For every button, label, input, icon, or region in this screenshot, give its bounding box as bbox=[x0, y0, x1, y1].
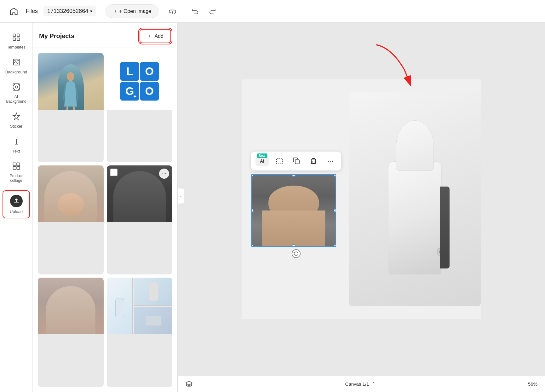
more-options-button[interactable]: ··· bbox=[324, 155, 337, 167]
svg-rect-0 bbox=[13, 34, 15, 37]
project-id: 1713326052864 bbox=[47, 8, 88, 14]
add-icon: ＋ bbox=[147, 33, 152, 39]
ai-background-icon bbox=[12, 83, 21, 93]
project-card-2[interactable]: L O G ✦ O bbox=[107, 53, 173, 162]
handle-middle-right[interactable] bbox=[334, 209, 336, 212]
sidebar-item-ai-background[interactable]: AIBackground bbox=[0, 78, 32, 107]
selection-toolbar: New AI bbox=[251, 152, 341, 170]
delete-button[interactable] bbox=[307, 155, 320, 167]
ai-tool-button[interactable]: New AI bbox=[255, 156, 269, 166]
undo-button[interactable] bbox=[190, 6, 201, 17]
layers-button[interactable] bbox=[185, 380, 193, 388]
ellipsis-icon: ··· bbox=[327, 158, 334, 165]
sidebar-item-product-collage[interactable]: Productcollage bbox=[0, 157, 32, 187]
redo-button[interactable] bbox=[207, 6, 218, 17]
svg-rect-9 bbox=[17, 166, 20, 169]
product-collage-icon bbox=[12, 162, 21, 172]
add-label: Add bbox=[155, 33, 164, 39]
open-image-label: + Open Image bbox=[119, 9, 151, 14]
panel-collapse-button[interactable]: ‹ bbox=[177, 188, 184, 204]
canvas-bottom-bar: Canvas 1/1 ⌃ 56% bbox=[178, 376, 545, 392]
ai-icon: AI bbox=[260, 159, 264, 164]
svg-line-11 bbox=[67, 107, 67, 110]
topbar: Files 1713326052864 ▾ ＋ + Open Image bbox=[0, 0, 545, 23]
layers-icon bbox=[185, 380, 193, 388]
sticker-icon bbox=[12, 112, 21, 122]
chevron-down-icon: ▾ bbox=[90, 9, 92, 14]
sidebar-item-upload[interactable]: Upload bbox=[3, 190, 30, 218]
sidebar: Templates Background AIBackground bbox=[0, 23, 33, 392]
selected-image-frame[interactable] bbox=[251, 174, 336, 247]
svg-line-12 bbox=[74, 107, 74, 110]
plus-icon: ＋ bbox=[113, 8, 118, 14]
main-layout: Templates Background AIBackground bbox=[0, 23, 545, 392]
projects-grid: L O G ✦ O bbox=[33, 48, 177, 392]
card-checkbox-4[interactable] bbox=[110, 169, 118, 176]
templates-label: Templates bbox=[7, 45, 26, 50]
canvas-area: New AI bbox=[178, 23, 545, 392]
expand-icon: ⌃ bbox=[371, 381, 376, 387]
templates-icon bbox=[12, 33, 21, 43]
selected-element-container: New AI bbox=[251, 152, 341, 247]
home-button[interactable] bbox=[8, 5, 20, 18]
rotate-handle[interactable] bbox=[292, 249, 301, 258]
svg-rect-8 bbox=[13, 166, 16, 169]
sidebar-item-text[interactable]: Text bbox=[0, 132, 32, 157]
svg-rect-13 bbox=[277, 158, 282, 164]
upload-label: Upload bbox=[10, 209, 23, 215]
project-card-1[interactable] bbox=[38, 53, 104, 162]
handle-bottom-right[interactable] bbox=[334, 244, 336, 247]
svg-rect-6 bbox=[13, 163, 16, 165]
new-badge: New bbox=[257, 153, 267, 158]
background-icon bbox=[12, 58, 21, 68]
svg-rect-2 bbox=[13, 38, 15, 40]
sticker-label: Sticker bbox=[10, 124, 23, 129]
svg-rect-7 bbox=[17, 163, 20, 165]
upload-icon bbox=[10, 195, 23, 207]
zoom-level[interactable]: 56% bbox=[528, 381, 537, 387]
background-label: Background bbox=[5, 70, 27, 75]
product-collage-label: Productcollage bbox=[10, 174, 23, 183]
open-image-button[interactable]: ＋ + Open Image bbox=[106, 4, 158, 18]
project-card-3[interactable] bbox=[38, 165, 104, 275]
projects-title: My Projects bbox=[39, 32, 74, 40]
canvas-label: Canvas 1/1 bbox=[345, 381, 369, 387]
svg-rect-14 bbox=[295, 160, 299, 164]
projects-header: My Projects ＋ Add bbox=[33, 23, 177, 48]
handle-bottom-center[interactable] bbox=[292, 244, 295, 247]
project-card-4[interactable]: ··· bbox=[107, 165, 173, 275]
project-card-6[interactable] bbox=[107, 278, 173, 387]
canvas-page-info[interactable]: Canvas 1/1 ⌃ bbox=[345, 381, 376, 387]
sidebar-item-background[interactable]: Background bbox=[0, 53, 32, 78]
text-icon bbox=[12, 137, 21, 147]
svg-point-10 bbox=[67, 72, 74, 81]
select-tool-button[interactable] bbox=[273, 155, 286, 167]
canvas-workspace[interactable]: New AI bbox=[178, 23, 545, 376]
copy-button[interactable] bbox=[290, 155, 303, 167]
files-label[interactable]: Files bbox=[26, 8, 38, 14]
card-menu-4[interactable]: ··· bbox=[159, 169, 169, 179]
project-card-5[interactable] bbox=[38, 278, 104, 387]
cloud-sync-icon[interactable] bbox=[167, 6, 178, 17]
chevron-left-icon: ‹ bbox=[180, 194, 181, 199]
projects-panel: My Projects ＋ Add bbox=[33, 23, 178, 392]
add-button[interactable]: ＋ Add bbox=[140, 29, 171, 43]
project-id-selector[interactable]: 1713326052864 ▾ bbox=[43, 6, 96, 16]
svg-point-5 bbox=[15, 86, 17, 88]
topbar-divider bbox=[184, 7, 184, 16]
sidebar-item-sticker[interactable]: Sticker bbox=[0, 107, 32, 132]
svg-rect-3 bbox=[17, 38, 20, 40]
ai-background-label: AIBackground bbox=[6, 95, 26, 104]
svg-rect-1 bbox=[17, 34, 20, 37]
sidebar-item-templates[interactable]: Templates bbox=[0, 28, 32, 53]
text-label: Text bbox=[13, 149, 20, 154]
topbar-icons bbox=[167, 6, 218, 17]
